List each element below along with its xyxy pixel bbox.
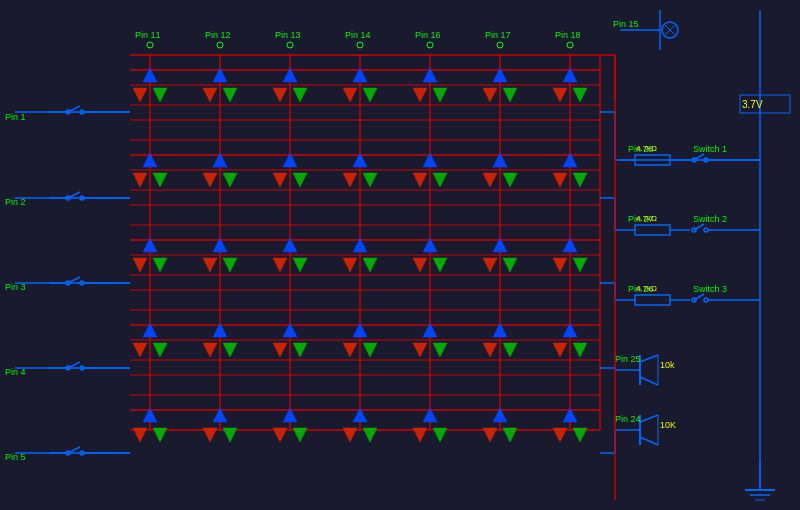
svg-marker-2	[0, 0, 7, 7]
svg-point-109	[357, 42, 363, 48]
pin25-label: Pin 25	[615, 354, 641, 364]
pin14-label: Pin 14	[345, 30, 371, 40]
pin15-label: Pin 15	[613, 19, 639, 29]
r3-label: 4.7kΩ	[636, 284, 657, 293]
svg-line-51	[68, 277, 80, 283]
svg-point-112	[567, 42, 573, 48]
switch3-label: Switch 3	[693, 284, 727, 294]
voltage-label: 3.7V	[742, 99, 763, 110]
svg-point-107	[217, 42, 223, 48]
svg-rect-79	[635, 225, 670, 235]
pin5-label: Pin 5	[5, 452, 26, 462]
pin1-label: Pin 1	[5, 112, 26, 122]
pin4-label: Pin 4	[5, 367, 26, 377]
svg-point-106	[147, 42, 153, 48]
svg-line-100	[640, 437, 658, 445]
svg-line-46	[68, 192, 80, 198]
r5-label: 10K	[660, 420, 676, 430]
svg-rect-86	[635, 295, 670, 305]
pin3-label: Pin 3	[5, 282, 26, 292]
svg-line-41	[68, 106, 80, 112]
r1-label: 4.7kΩ	[636, 144, 657, 153]
pin13-label: Pin 13	[275, 30, 301, 40]
pin18-label: Pin 18	[555, 30, 581, 40]
pin17-label: Pin 17	[485, 30, 511, 40]
svg-line-56	[68, 362, 80, 368]
pin12-label: Pin 12	[205, 30, 231, 40]
svg-line-61	[68, 447, 80, 453]
r2-label: 4.7kΩ	[636, 214, 657, 223]
circuit-diagram: 3.7V Pin 15 Pin 28 4.7kΩ Switch 1 Pin 27…	[0, 0, 800, 510]
pin16-label: Pin 16	[415, 30, 441, 40]
svg-line-83	[694, 224, 704, 230]
svg-point-110	[427, 42, 433, 48]
svg-line-76	[694, 154, 704, 160]
svg-point-108	[287, 42, 293, 48]
switch2-label: Switch 2	[693, 214, 727, 224]
svg-line-94	[640, 355, 658, 362]
schematic-canvas: 3.7V Pin 15 Pin 28 4.7kΩ Switch 1 Pin 27…	[0, 0, 800, 510]
svg-line-99	[640, 415, 658, 422]
pin2-label: Pin 2	[5, 197, 26, 207]
svg-point-89	[704, 298, 708, 302]
svg-marker-1	[0, 0, 7, 7]
svg-point-111	[497, 42, 503, 48]
pin24-label: Pin 24	[615, 414, 641, 424]
svg-line-95	[640, 377, 658, 385]
r4-label: 10k	[660, 360, 675, 370]
switch1-label: Switch 1	[693, 144, 727, 154]
pin11-label: Pin 11	[135, 30, 161, 40]
svg-marker-0	[0, 0, 7, 7]
svg-line-90	[694, 294, 704, 300]
svg-point-82	[704, 228, 708, 232]
